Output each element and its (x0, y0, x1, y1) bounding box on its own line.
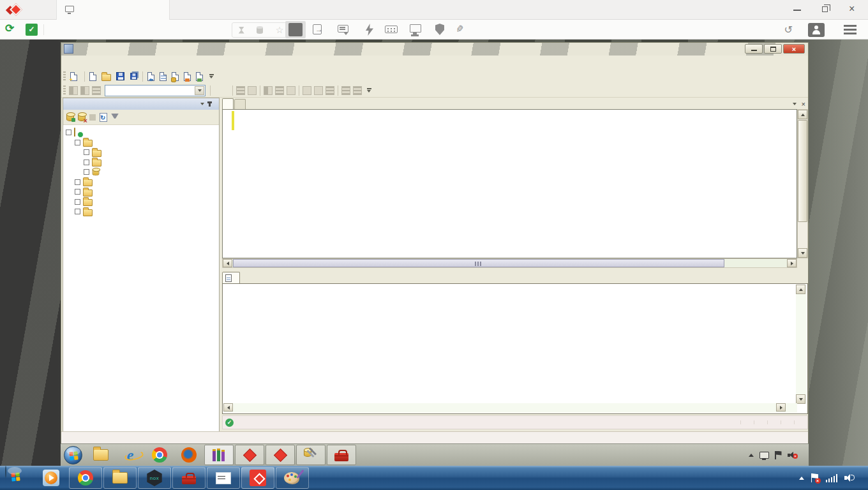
tree-item-management[interactable] (63, 207, 219, 217)
new-query-button[interactable] (68, 71, 82, 82)
taskbar-app-window[interactable] (207, 467, 240, 489)
scroll-left-icon[interactable] (223, 259, 232, 267)
session-info-icon[interactable] (239, 27, 244, 34)
ssms-close-button[interactable]: × (783, 44, 805, 54)
tab-list-icon[interactable] (793, 103, 797, 105)
combo-dropdown-icon[interactable] (195, 86, 204, 95)
ssms-restore-button[interactable] (764, 44, 782, 54)
script-action-button-4[interactable] (181, 71, 193, 82)
menu-tools[interactable] (96, 61, 106, 64)
tree-item-database-snapshots[interactable] (63, 158, 219, 168)
permissions-icon[interactable] (433, 23, 448, 37)
scroll-up-icon[interactable] (798, 110, 807, 119)
tree-item-replication[interactable] (63, 197, 219, 207)
open-file-button[interactable] (99, 71, 114, 82)
taskbar-internet-explorer[interactable]: e (116, 445, 145, 465)
tree-item-foodsoft139501[interactable] (63, 167, 219, 177)
scroll-up-icon[interactable] (796, 285, 805, 294)
panel-menu-icon[interactable] (200, 103, 204, 105)
expand-icon[interactable] (84, 160, 89, 165)
restore-button[interactable] (812, 0, 840, 20)
scrollbar-thumb[interactable] (798, 120, 807, 222)
taskbar-paint[interactable] (276, 467, 309, 489)
whiteboard-icon[interactable]: ✎ (455, 23, 470, 37)
taskbar-media-player[interactable] (34, 467, 68, 489)
close-button[interactable]: × (840, 0, 868, 20)
available-databases-combobox[interactable] (105, 85, 206, 96)
taskbar-file-explorer[interactable] (103, 467, 137, 489)
query-editor[interactable] (222, 109, 797, 258)
session-recording-icon[interactable] (257, 27, 263, 34)
expand-icon[interactable] (75, 189, 80, 195)
hidden-icons-icon[interactable] (799, 477, 804, 480)
chat-icon[interactable] (336, 23, 352, 37)
scroll-down-icon[interactable] (796, 394, 805, 404)
expand-icon[interactable] (84, 149, 89, 155)
volume-icon[interactable] (844, 473, 855, 482)
menu-help[interactable] (126, 61, 137, 64)
toolbar-overflow-icon[interactable] (366, 88, 372, 93)
display-settings-icon[interactable] (408, 23, 424, 37)
scroll-left-icon[interactable] (223, 403, 233, 412)
session-history-icon[interactable]: ↺ (784, 25, 793, 35)
menu-edit[interactable] (75, 61, 86, 64)
tree-item-server[interactable] (63, 128, 219, 138)
script-action-button-1[interactable] (145, 71, 157, 82)
taskbar-toolbox[interactable] (172, 467, 206, 489)
network-icon[interactable] (760, 452, 769, 459)
taskbar-file-explorer[interactable] (86, 445, 116, 465)
object-explorer-header[interactable] (63, 98, 219, 110)
taskbar-firefox[interactable] (174, 445, 204, 465)
tab-summary[interactable] (234, 99, 246, 109)
menu-window[interactable] (106, 61, 116, 64)
script-action-button-3[interactable] (169, 71, 181, 82)
editor-horizontal-scrollbar[interactable] (222, 258, 797, 268)
taskbar-nox[interactable]: nox (138, 467, 171, 489)
taskbar-toolbox[interactable] (327, 445, 356, 465)
toolbar-overflow-icon[interactable] (208, 74, 214, 78)
taskbar-chrome[interactable] (145, 445, 174, 465)
toolbar-grip[interactable] (63, 71, 66, 82)
document-close-icon[interactable]: × (802, 100, 805, 108)
parse-button[interactable] (220, 90, 225, 91)
scroll-down-icon[interactable] (798, 248, 807, 258)
script-action-button-2[interactable] (157, 71, 169, 82)
taskbar-anydesk-1[interactable] (235, 445, 264, 465)
messages-horizontal-scrollbar[interactable] (223, 403, 797, 413)
script-action-button-5[interactable] (193, 71, 206, 82)
taskbar-winrar[interactable] (204, 445, 234, 465)
minimize-button[interactable] (784, 0, 812, 20)
save-all-button[interactable] (127, 71, 140, 81)
local-start-button[interactable] (5, 466, 28, 489)
filter-icon[interactable] (111, 114, 119, 119)
file-transfer-icon[interactable] (311, 23, 326, 37)
remote-start-button[interactable] (64, 446, 82, 464)
toolbar-grip[interactable] (63, 85, 66, 96)
actions-icon[interactable] (362, 23, 377, 37)
hidden-icons-icon[interactable] (749, 454, 754, 457)
monitor-select-button[interactable] (288, 23, 303, 36)
refresh-icon[interactable] (100, 113, 107, 122)
expand-icon[interactable] (75, 179, 80, 185)
keyboard-icon[interactable] (384, 23, 400, 37)
query-text[interactable] (239, 112, 264, 121)
action-center-icon[interactable] (775, 451, 782, 459)
collapse-icon[interactable] (75, 140, 80, 145)
menu-view[interactable] (86, 61, 96, 64)
menu-icon[interactable] (844, 25, 857, 34)
taskbar-anydesk[interactable] (241, 467, 274, 489)
scroll-right-icon[interactable] (787, 259, 797, 267)
menu-file[interactable] (65, 61, 75, 64)
favorites-icon[interactable]: ☆ (276, 26, 284, 34)
expand-icon[interactable] (75, 199, 80, 205)
taskbar-anydesk-2[interactable] (266, 445, 295, 465)
taskbar-sql-server-tools[interactable] (296, 445, 326, 465)
address-book-icon[interactable] (808, 23, 825, 37)
scroll-right-icon[interactable] (776, 403, 786, 412)
pin-icon[interactable] (209, 101, 211, 107)
execute-button[interactable] (213, 90, 220, 91)
menu-community[interactable] (116, 61, 126, 64)
taskbar-chrome[interactable] (69, 467, 102, 489)
messages-vertical-scrollbar[interactable] (796, 285, 807, 404)
session-tab[interactable] (56, 0, 170, 20)
